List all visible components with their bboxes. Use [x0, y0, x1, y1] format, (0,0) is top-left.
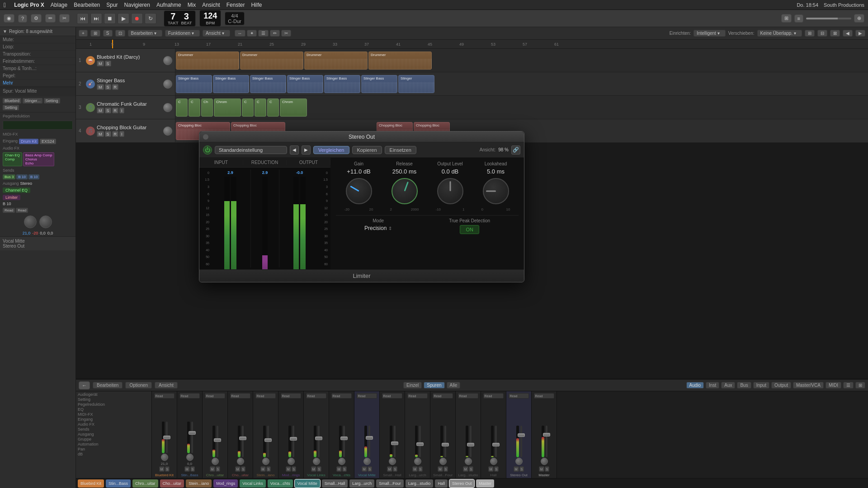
ch-read-8[interactable]: Read	[357, 393, 377, 399]
ch-pan-0[interactable]	[161, 454, 168, 461]
clip-drummer-4[interactable]: Drummer	[368, 52, 432, 70]
time-sig[interactable]: 4/4 C-Dur	[225, 12, 244, 25]
menu-navigieren[interactable]: Navigieren	[124, 2, 150, 8]
menu-aufnahme[interactable]: Aufnahme	[156, 2, 181, 8]
alle-btn[interactable]: Alle	[447, 382, 461, 389]
menu-ablage[interactable]: Ablage	[51, 2, 67, 8]
track-solo-1[interactable]: S	[105, 61, 111, 66]
track-input-3[interactable]: I	[119, 108, 124, 113]
ch-pan-3[interactable]	[237, 458, 244, 465]
ch-fader-3[interactable]	[242, 426, 244, 457]
ch-mute-btn-9[interactable]: M	[387, 466, 392, 472]
ch-fader-11[interactable]	[444, 426, 446, 457]
ch-pan-1[interactable]	[186, 454, 193, 461]
ch-mute-btn-11[interactable]: M	[438, 466, 443, 472]
bottom-track-13[interactable]: Hall	[435, 479, 448, 488]
track-mute-3[interactable]: M	[97, 108, 104, 113]
ch-mute-btn-1[interactable]: M	[184, 466, 190, 472]
ch-fader-handle-13[interactable]	[492, 443, 500, 446]
bottom-track-12[interactable]: Larg...studio	[406, 479, 434, 488]
ch-read-5[interactable]: Read	[281, 393, 302, 399]
track-vol-knob-4[interactable]	[163, 127, 172, 136]
ch-read-1[interactable]: Read	[179, 393, 200, 399]
clip-guitar-8[interactable]: Chrom	[280, 99, 307, 117]
tool-btn-1[interactable]: ↔	[235, 30, 245, 37]
ch-fader-handle-10[interactable]	[416, 442, 424, 446]
ch-fader-handle-4[interactable]	[264, 438, 272, 442]
bottom-track-4[interactable]: Stein...iano	[186, 479, 212, 488]
ch-pan-6[interactable]	[313, 458, 320, 465]
ch-solo-btn-6[interactable]: S	[317, 466, 322, 472]
master-volume[interactable]	[806, 18, 851, 19]
ch-mute-btn-5[interactable]: M	[286, 466, 291, 472]
aux-btn[interactable]: Aux	[721, 382, 735, 389]
inst-btn[interactable]: Inst	[706, 382, 719, 389]
ch-fader-7[interactable]	[343, 426, 345, 457]
track-vol-knob-2[interactable]	[163, 80, 172, 89]
lookahead-knob[interactable]	[483, 178, 509, 204]
tool-btn-2[interactable]: ✦	[247, 30, 257, 37]
ch-fader-handle-12[interactable]	[467, 443, 474, 446]
ch-mute-btn-6[interactable]: M	[311, 466, 316, 472]
track-vol-knob-3[interactable]	[163, 103, 172, 112]
ch-pan-7[interactable]	[338, 458, 345, 465]
ch-read-14[interactable]: Read	[509, 393, 529, 399]
plugin-power-btn[interactable]: ⏻	[203, 145, 212, 155]
spuren-btn[interactable]: Spuren	[424, 382, 444, 389]
ch-fader-handle-9[interactable]	[391, 441, 398, 445]
mixer-bearbeiten-btn[interactable]: Bearbeiten	[93, 382, 123, 389]
ch-read-4[interactable]: Read	[255, 393, 276, 399]
ch-pan-4[interactable]	[262, 458, 269, 465]
ch-read-13[interactable]: Read	[483, 393, 504, 399]
funktionen-dropdown[interactable]: Funktionen ▾	[165, 30, 200, 37]
clip-drummer-1[interactable]: Drummer	[176, 52, 239, 70]
mehr-row[interactable]: Mehr	[0, 80, 75, 87]
ch-solo-btn-13[interactable]: S	[494, 466, 499, 472]
bearbeiten-dropdown[interactable]: Bearbeiten ▾	[128, 30, 162, 37]
copy-btn[interactable]: Kopieren	[352, 146, 382, 154]
ch-fader-1[interactable]	[191, 422, 193, 453]
clip-bass-3[interactable]: Stinger Bass	[250, 75, 286, 93]
clip-bass-5[interactable]: Stinger Bass	[324, 75, 360, 93]
track-smart-controls-btn[interactable]: ⊡	[115, 30, 125, 37]
ch-mute-btn-13[interactable]: M	[488, 466, 494, 472]
compare-btn[interactable]: Vergleichen	[313, 146, 349, 154]
ch-pan-12[interactable]	[465, 458, 472, 465]
ch-mute-btn-10[interactable]: M	[412, 466, 418, 472]
bottom-track-11[interactable]: Small...Four	[376, 479, 404, 488]
ch-mute-btn-3[interactable]: M	[235, 466, 241, 472]
ansicht-dropdown[interactable]: Ansicht ▾	[203, 30, 230, 37]
ch-fader-handle-8[interactable]	[366, 436, 373, 440]
ch-solo-btn-10[interactable]: S	[418, 466, 423, 472]
ch-pan-10[interactable]	[414, 458, 421, 465]
ch-read-15[interactable]: Read	[534, 393, 555, 399]
track-solo-4[interactable]: S	[105, 131, 111, 137]
bottom-track-14[interactable]: Stereo Out	[449, 479, 475, 488]
mode-arrows[interactable]: ⇕	[388, 226, 392, 231]
ch-fader-handle-7[interactable]	[340, 436, 348, 440]
ch-fader-0[interactable]	[166, 422, 168, 453]
mixer-optionen-btn[interactable]: Optionen	[125, 382, 152, 389]
ch-mute-btn-14[interactable]: M	[514, 466, 519, 472]
bottom-track-7[interactable]: Voca...chts	[268, 479, 293, 488]
plugin-close-btn[interactable]	[203, 134, 208, 140]
einzel-btn[interactable]: Einzel	[403, 382, 422, 389]
ch-solo-btn-15[interactable]: S	[545, 466, 550, 472]
ch-mute-btn-2[interactable]: M	[210, 466, 215, 472]
einrichten-dropdown[interactable]: Intelligent ▾	[693, 30, 726, 37]
ch-pan-2[interactable]	[212, 458, 219, 465]
ch-read-0[interactable]: Read	[154, 393, 175, 399]
master-vca-btn[interactable]: Master/VCA	[793, 382, 824, 389]
ch-fader-handle-15[interactable]	[543, 433, 550, 436]
ch-mute-btn-8[interactable]: M	[362, 466, 367, 472]
track-rec-3[interactable]: R	[112, 108, 119, 113]
output-level-knob[interactable]	[437, 178, 463, 204]
ch-solo-btn-1[interactable]: S	[190, 466, 195, 472]
menu-spur[interactable]: Spur	[106, 2, 118, 8]
ch-pan-8[interactable]	[363, 458, 371, 465]
clip-bass-7[interactable]: Stinger	[398, 75, 434, 93]
list-view-btn[interactable]: ☰	[843, 382, 854, 389]
ch-mute-btn-0[interactable]: M	[159, 466, 165, 472]
clip-guitar-3[interactable]: Ch	[201, 99, 213, 117]
ch-solo-btn-2[interactable]: S	[216, 466, 221, 472]
